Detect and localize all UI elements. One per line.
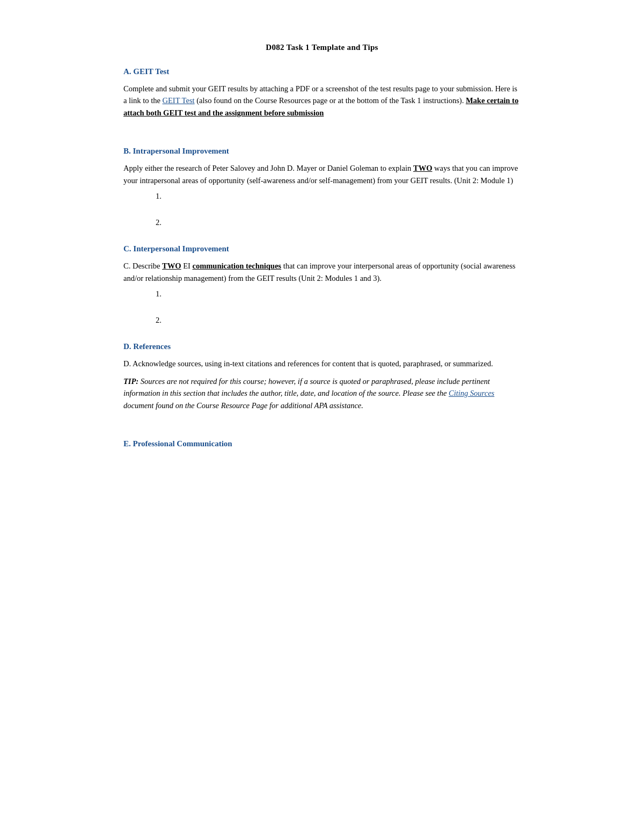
section-c-two: TWO bbox=[162, 262, 181, 270]
section-c-comm-tech: communication techniques bbox=[192, 262, 281, 270]
section-e: E. Professional Communication bbox=[123, 439, 521, 448]
section-c-body: C. Describe TWO EI communication techniq… bbox=[123, 260, 521, 284]
section-a: A. GEIT Test Complete and submit your GE… bbox=[123, 67, 521, 119]
section-b-list: 1. 2. bbox=[156, 192, 521, 227]
section-e-heading: E. Professional Communication bbox=[123, 439, 521, 448]
section-a-body: Complete and submit your GEIT results by… bbox=[123, 83, 521, 119]
section-b: B. Intrapersonal Improvement Apply eithe… bbox=[123, 147, 521, 227]
section-b-body: Apply either the research of Peter Salov… bbox=[123, 162, 521, 186]
page-title: D082 Task 1 Template and Tips bbox=[123, 43, 521, 52]
list-item: 1. bbox=[156, 289, 521, 299]
section-c-list: 1. 2. bbox=[156, 289, 521, 325]
section-d-tip: TIP: Sources are not required for this c… bbox=[123, 375, 521, 411]
geit-test-link[interactable]: GEIT Test bbox=[163, 96, 195, 105]
citing-sources-link[interactable]: Citing Sources bbox=[449, 389, 494, 397]
section-d-heading: D. References bbox=[123, 342, 521, 351]
section-a-heading: A. GEIT Test bbox=[123, 67, 521, 76]
section-d-body: D. Acknowledge sources, using in-text ci… bbox=[123, 358, 521, 369]
section-b-two: TWO bbox=[413, 164, 432, 172]
section-c: C. Interpersonal Improvement C. Describe… bbox=[123, 244, 521, 325]
tip-label: TIP: bbox=[123, 377, 138, 386]
list-item: 1. bbox=[156, 192, 521, 201]
list-item: 2. bbox=[156, 316, 521, 325]
page-container: D082 Task 1 Template and Tips A. GEIT Te… bbox=[91, 0, 553, 509]
section-d: D. References D. Acknowledge sources, us… bbox=[123, 342, 521, 411]
section-b-heading: B. Intrapersonal Improvement bbox=[123, 147, 521, 156]
list-item: 2. bbox=[156, 218, 521, 227]
section-c-heading: C. Interpersonal Improvement bbox=[123, 244, 521, 253]
